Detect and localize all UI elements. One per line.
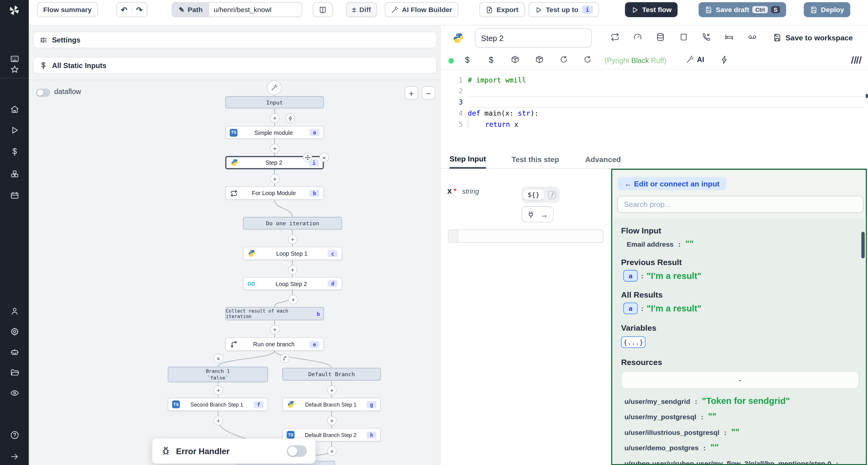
help-icon[interactable] — [0, 428, 29, 442]
package-icon[interactable] — [535, 56, 544, 64]
add-step-icon[interactable]: + — [327, 386, 337, 395]
prop-key[interactable]: Email address — [627, 241, 674, 248]
variables-icon[interactable] — [0, 144, 29, 159]
workers-robot-icon[interactable] — [0, 344, 29, 359]
add-step-icon[interactable]: + — [288, 235, 297, 244]
error-handler-card[interactable]: Error Handler — [152, 439, 315, 464]
resource-row[interactable]: u/user/demo_postgres : "" — [624, 442, 859, 452]
resources-icon[interactable] — [0, 167, 29, 181]
add-step-icon[interactable]: + — [270, 174, 279, 184]
flow-node-loop-step1[interactable]: Loop Step 1 c — [243, 247, 342, 260]
runs-icon[interactable] — [0, 123, 29, 137]
resource-path[interactable]: u/user/illustrious_postgresql — [624, 429, 719, 436]
remove-step-icon[interactable]: × — [319, 153, 329, 162]
add-step-icon[interactable]: + — [327, 416, 337, 425]
trigger-bolt-icon[interactable] — [286, 113, 295, 123]
docs-book-button[interactable] — [313, 2, 333, 17]
package-icon[interactable] — [511, 56, 519, 64]
prop-row[interactable]: a : "I'm a result" — [623, 303, 859, 314]
arrow-right-icon[interactable]: → — [540, 210, 548, 219]
resource-path[interactable]: u/ruben-user/u/ruben-user/my_flow_2/g/al… — [624, 460, 831, 465]
retries-icon[interactable] — [611, 33, 619, 41]
voicemail-icon[interactable] — [748, 33, 756, 41]
folders-icon[interactable] — [0, 365, 29, 379]
flow-node-default-branch-step1[interactable]: Default Branch Step 1 g — [282, 398, 381, 411]
resource-row[interactable]: u/user/my_sendgrid : "Token for sendgrid… — [624, 396, 859, 406]
static-inputs-icon[interactable]: $ — [465, 55, 470, 64]
windmill-logo-icon[interactable] — [0, 0, 29, 20]
tab-test-this-step[interactable]: Test this step — [512, 151, 559, 169]
ai-gen-button[interactable]: AI — [686, 56, 704, 64]
ai-flow-builder-button[interactable]: AI Flow Builder — [385, 2, 458, 17]
cache-database-icon[interactable] — [656, 33, 665, 41]
deploy-button[interactable]: Deploy — [804, 2, 850, 17]
move-step-icon[interactable] — [303, 153, 312, 162]
add-step-icon[interactable]: + — [270, 325, 279, 334]
add-step-icon[interactable]: + — [214, 416, 223, 425]
flow-node-for-loop[interactable]: For Loop Module b — [225, 187, 324, 200]
add-step-icon[interactable]: + — [214, 386, 223, 395]
tab-advanced[interactable]: Advanced — [585, 151, 621, 169]
flow-node-run-one-branch[interactable]: Run one branch e — [225, 337, 324, 351]
path-field[interactable]: ✎ Path u/henri/best_knowl — [172, 2, 302, 17]
add-step-icon[interactable]: + — [270, 144, 279, 153]
connect-input-buttons[interactable]: → — [521, 206, 554, 222]
panel-scrollbar[interactable] — [861, 232, 865, 258]
library-icon[interactable] — [851, 56, 861, 64]
sleep-bed-icon[interactable] — [724, 33, 733, 41]
early-stop-gauge-icon[interactable] — [633, 33, 642, 41]
diff-button[interactable]: ± Diff — [346, 2, 377, 17]
expand-sidebar-arrow-icon[interactable] — [0, 449, 29, 464]
zoom-in-button[interactable]: + — [405, 87, 418, 100]
save-draft-button[interactable]: Save draft Ctrl S — [699, 2, 786, 17]
flow-node-input[interactable]: Input — [225, 96, 324, 108]
resource-row[interactable]: u/user/illustrious_postgresql : "" — [624, 427, 859, 437]
collapse-branch-icon[interactable]: × — [214, 354, 223, 363]
flow-node-loop-step2[interactable]: GO Loop Step 2 d — [243, 277, 342, 290]
prop-row[interactable]: a : "I'm a result" — [623, 270, 859, 281]
test-flow-button[interactable]: Test flow — [625, 2, 678, 17]
prop-row[interactable]: Email address : "" — [627, 239, 859, 249]
resource-path[interactable]: u/user/my_sendgrid — [624, 398, 690, 406]
flow-node-simple-module[interactable]: TS Simple module a — [225, 126, 324, 139]
step-name-input[interactable] — [475, 28, 592, 47]
reload-icon[interactable] — [584, 56, 592, 64]
flow-node-default-branch[interactable]: Default Branch — [282, 368, 381, 380]
error-handler-toggle[interactable] — [287, 445, 307, 457]
resource-row[interactable]: u/ruben-user/u/ruben-user/my_flow_2/g/al… — [624, 458, 859, 465]
function-mode-option[interactable]: f — [548, 191, 556, 199]
back-to-edit-button[interactable]: ← Edit or connect an input — [618, 177, 726, 190]
bolt-icon[interactable] — [720, 56, 729, 64]
undo-icon[interactable]: ↶ — [117, 5, 132, 14]
export-button[interactable]: Export — [479, 2, 525, 17]
resource-path[interactable]: u/user/demo_postgres — [624, 444, 699, 452]
users-icon[interactable] — [0, 304, 29, 318]
add-step-icon[interactable]: + — [288, 295, 298, 304]
search-prop-input[interactable] — [617, 196, 864, 213]
template-mode-option[interactable]: ${} — [523, 190, 544, 200]
mock-square-icon[interactable] — [679, 33, 688, 41]
step-id-chip[interactable]: a — [623, 270, 638, 281]
reload-icon[interactable] — [560, 56, 568, 64]
flow-node-collect-result[interactable]: Collect result of each iteration b — [225, 307, 324, 320]
flow-canvas[interactable]: Settings All Static Inputs dataflow + − — [29, 25, 440, 465]
add-branch-icon[interactable] — [280, 354, 289, 363]
ai-flow-wand-button[interactable] — [267, 80, 282, 95]
home-icon[interactable] — [0, 102, 29, 116]
arg-value-input[interactable] — [448, 230, 603, 243]
tab-step-input[interactable]: Step Input — [450, 151, 486, 169]
prop-picker-scroll[interactable]: Flow Input Email address : "" Previous R… — [612, 219, 867, 465]
flow-summary-button[interactable]: Flow summary — [37, 2, 98, 17]
resource-row[interactable]: u/user/my_postgresql : "" — [624, 412, 859, 422]
step-id-chip[interactable]: a — [623, 303, 638, 314]
input-mode-toggle[interactable]: ${} f — [521, 187, 559, 203]
redo-icon[interactable]: ↷ — [132, 5, 147, 14]
path-value[interactable]: u/henri/best_knowl — [210, 6, 276, 13]
settings-gear-icon[interactable] — [0, 324, 29, 338]
test-up-to-button[interactable]: Test up to i — [529, 2, 599, 17]
schedules-icon[interactable] — [0, 188, 29, 202]
variables-picker-icon[interactable]: $ — [489, 55, 493, 64]
flow-node-branch1[interactable]: Branch 1 `false` — [168, 367, 268, 382]
add-step-icon[interactable]: + — [288, 265, 297, 274]
suspend-phone-icon[interactable] — [702, 33, 711, 41]
